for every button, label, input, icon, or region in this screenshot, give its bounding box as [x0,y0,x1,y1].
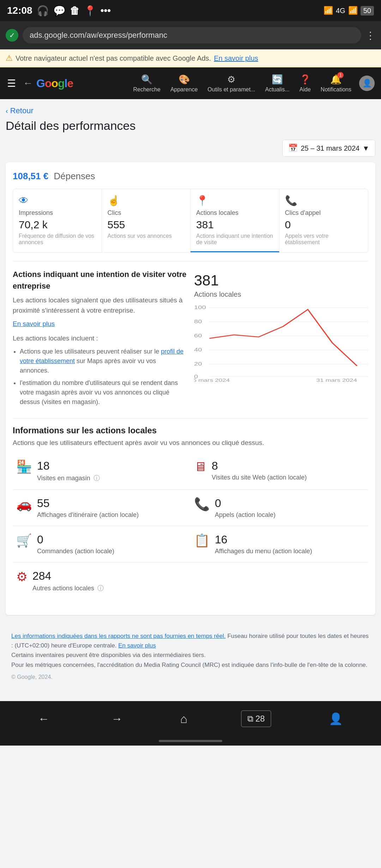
nav-user-button[interactable]: 👤 [325,708,347,730]
footer-link-1[interactable]: Les informations indiquées dans les rapp… [11,633,226,639]
section-description: Actions indiquant une intention de visit… [13,269,187,410]
nav-search-button[interactable]: 🔍 Recherche [128,71,165,96]
action-appels: 📞 0 Appels (action locale) [190,490,368,526]
clics-appel-label: Clics d'appel [285,209,363,217]
calendar-icon: 📅 [288,144,298,153]
nav-back-button[interactable]: ← [19,74,36,92]
url-bar[interactable]: ads.google.com/aw/express/performanc [23,27,361,43]
section-row: Actions indiquant une intention de visit… [13,261,368,410]
metric-actions-locales[interactable]: 📍 Actions locales 381 Actions indiquant … [190,189,279,252]
metric-impressions[interactable]: 👁 Impressions 70,2 k Fréquence de diffus… [13,189,102,252]
signal-icon: 📶 [323,6,333,15]
footer-copyright: © Google, 2024. [11,673,370,682]
clics-label: Clics [108,209,185,217]
footer-line3: Certains inventaires peuvent être dispon… [11,650,370,660]
nav-appearance-button[interactable]: 🎨 Apparence [165,71,202,96]
hamburger-menu-button[interactable]: ☰ [4,74,19,93]
nav-refresh-button[interactable]: 🔄 Actualis... [260,71,294,96]
phone-icon: 📞 [194,497,210,512]
chevron-down-icon: ▼ [362,144,369,152]
nav-help-button[interactable]: ❓ Aide [295,71,316,96]
appearance-icon: 🎨 [179,74,190,85]
spend-label: Dépenses [54,171,95,181]
user-avatar[interactable]: 👤 [359,76,375,91]
nav-tools-button[interactable]: ⚙ Outils et paramet... [202,71,260,96]
battery-indicator: 50 [361,6,374,16]
whatsapp-icon: 💬 [53,5,66,17]
actions-locales-label: Actions locales [196,209,273,217]
svg-text:40: 40 [194,347,202,352]
website-icon: 🖥 [194,459,207,474]
svg-text:25 mars 2024: 25 mars 2024 [194,378,230,382]
back-link-text: Retour [10,106,34,115]
menu-icon: 📋 [194,533,210,548]
actions-locales-sublabel: Actions indiquant une intention de visit… [196,233,273,246]
back-link[interactable]: ‹ Retour [6,99,375,119]
browser-favicon: ✓ [6,29,18,42]
metric-clics[interactable]: ☝ Clics 555 Actions sur vos annonces [102,189,191,252]
affichages-itineraire-label: Affichages d'itinéraire (action locale) [37,511,139,519]
metrics-grid: 👁 Impressions 70,2 k Fréquence de diffus… [13,189,368,253]
action-affichages-itineraire: 🚗 55 Affichages d'itinéraire (action loc… [13,490,190,526]
store-icon: 🏪 [16,459,32,474]
status-bar: 12:08 🎧 💬 🗑 📍 ••• 📶 4G 📶 50 [0,0,381,21]
metric-clics-appel[interactable]: 📞 Clics d'appel 0 Appels vers votre étab… [279,189,368,252]
impressions-sublabel: Fréquence de diffusion de vos annonces [19,233,96,246]
footer: Les informations indiquées dans les rapp… [6,626,375,687]
clics-appel-icon: 📞 [285,195,363,206]
section-desc1: Les actions locales signalent que des ut… [13,295,187,315]
local-info-desc: Actions que les utilisateurs effectuent … [13,439,368,447]
search-icon: 🔍 [141,74,152,85]
nav-forward-button[interactable]: → [107,708,127,730]
date-picker-row: 📅 25 – 31 mars 2024 ▼ [6,140,375,157]
warning-icon: ⚠ [6,54,13,63]
nav-bar: ☰ ← Google 🔍 Recherche 🎨 Apparence ⚙ Out… [0,67,381,99]
warning-learn-link[interactable]: En savoir plus [214,54,258,62]
spend-header: 108,51 € Dépenses [13,171,368,182]
bullet-item-2: l'estimation du nombre d'utilisateurs qu… [20,378,187,407]
home-indicator-bar [159,740,222,742]
commandes-value: 0 [37,533,114,546]
bottom-nav: ← → ⌂ ⧉ 28 👤 [0,701,381,736]
section-learn-link-1[interactable]: En savoir plus [13,320,55,327]
order-icon: 🛒 [16,533,32,548]
tabs-icon: ⧉ [247,714,253,724]
tools-icon: ⚙ [227,74,235,85]
tabs-count: 28 [255,714,265,724]
other-actions-info-icon[interactable]: ⓘ [97,585,104,592]
bullet-item-1: Actions que les utilisateurs peuvent réa… [20,347,187,375]
impressions-value: 70,2 k [19,219,96,231]
footer-line1: Les informations indiquées dans les rapp… [11,631,370,650]
chart-total-label: Actions locales [194,290,368,299]
nav-actions: 🔍 Recherche 🎨 Apparence ⚙ Outils et para… [128,71,356,96]
nav-home-button[interactable]: ⌂ [180,712,188,726]
visites-site-value: 8 [212,459,307,472]
action-visites-site: 🖥 8 Visites du site Web (action locale) [190,452,368,490]
main-card: 108,51 € Dépenses 👁 Impressions 70,2 k F… [6,162,375,615]
date-picker-button[interactable]: 📅 25 – 31 mars 2024 ▼ [282,140,375,157]
back-chevron-icon: ‹ [6,107,8,115]
footer-link-2[interactable]: En savoir plus [118,642,156,649]
local-info-section: Informations sur les actions locales Act… [13,418,368,599]
signal-icon-2: 📶 [348,6,358,15]
location-icon: 📍 [84,5,96,17]
nav-notifications-button[interactable]: 🔔 1 Notifications [316,71,356,96]
headphone-icon: 🎧 [37,5,49,17]
browser-menu-button[interactable]: ⋮ [365,30,375,41]
clics-appel-value: 0 [285,219,363,231]
visites-magasin-info-icon[interactable]: ⓘ [93,475,100,482]
other-actions-item: ⚙ 284 Autres actions locales ⓘ [13,562,368,599]
affichages-menu-label: Affichages du menu (action locale) [215,548,312,555]
bullet-list: Actions que les utilisateurs peuvent réa… [20,347,187,407]
nav-search-label: Recherche [133,86,161,93]
affichages-menu-value: 16 [215,533,312,546]
chart-area: 381 Actions locales 100 80 60 40 20 0 [194,269,368,410]
nav-appearance-label: Apparence [170,86,198,93]
page-content: ‹ Retour Détail des performances 📅 25 – … [0,99,381,701]
nav-tabs-button[interactable]: ⧉ 28 [241,710,271,727]
actions-locales-value: 381 [196,219,273,231]
action-affichages-menu: 📋 16 Affichages du menu (action locale) [190,526,368,562]
shield-check-icon: ✓ [9,31,15,40]
nav-back-button[interactable]: ← [34,708,54,730]
chart-svg: 100 80 60 40 20 0 [194,304,368,382]
